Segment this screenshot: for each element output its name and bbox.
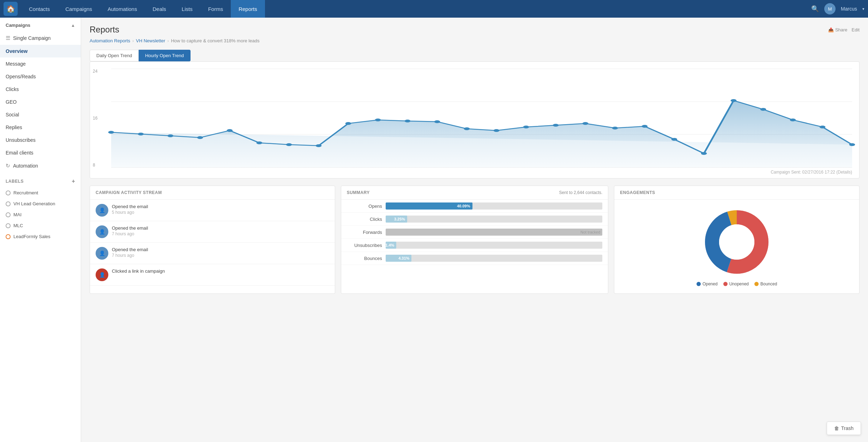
activity-item-1: 👤 Opened the email 5 hours ago: [90, 200, 335, 221]
nav-forms[interactable]: Forms: [200, 0, 231, 18]
svg-point-26: [760, 108, 766, 111]
nav-campaigns[interactable]: Campaigns: [58, 0, 100, 18]
tab-hourly-open-trend[interactable]: Hourly Open Trend: [139, 50, 191, 61]
sidebar-item-email-clients[interactable]: Email clients: [0, 146, 81, 159]
svg-point-8: [227, 129, 233, 132]
activity-item-4: 👤 Clicked a link in campaign: [90, 264, 335, 286]
nav-lists[interactable]: Lists: [174, 0, 200, 18]
legend-dot-bounced: [754, 282, 759, 286]
svg-point-28: [820, 126, 826, 128]
nav-automations[interactable]: Automations: [100, 0, 145, 18]
trash-label: Trash: [841, 425, 854, 431]
breadcrumb-sep-1: ›: [132, 38, 134, 43]
legend-dot-opened: [697, 282, 701, 286]
summary-clicks-label: Clicks: [347, 217, 382, 222]
avatar: M: [824, 3, 836, 14]
label-mlc[interactable]: MLC: [0, 220, 81, 231]
campaign-sent-text: Campaign Sent: 02/27/2016 17:22 (Details…: [97, 170, 852, 175]
add-label-icon[interactable]: +: [72, 178, 75, 184]
username-chevron[interactable]: ▾: [862, 7, 864, 11]
summary-forwards-label: Forwards: [347, 230, 382, 235]
svg-point-13: [375, 119, 381, 121]
svg-point-6: [168, 134, 174, 137]
sidebar-collapse-icon[interactable]: ▲: [71, 23, 75, 28]
engagements-header-label: ENGAGEMENTS: [620, 190, 655, 195]
sidebar-item-replies[interactable]: Replies: [0, 121, 81, 134]
sidebar-item-clicks[interactable]: Clicks: [0, 83, 81, 96]
chart-area: [111, 69, 852, 168]
legend-bounced: Bounced: [754, 281, 777, 286]
sidebar-item-unsubscribes[interactable]: Unsubscribes: [0, 134, 81, 146]
chart-y-labels: 24 16 8: [90, 69, 104, 168]
svg-point-7: [197, 136, 203, 139]
sidebar-item-social[interactable]: Social: [0, 108, 81, 121]
sidebar-email-clients-label: Email clients: [6, 150, 34, 156]
breadcrumb-current: How to capture & convert 318% more leads: [171, 38, 260, 43]
page-title: Reports: [90, 25, 119, 35]
legend-bounced-label: Bounced: [760, 281, 777, 286]
opens-pct: 40.09%: [457, 204, 470, 208]
summary-opens-label: Opens: [347, 204, 382, 209]
opens-bar-fill: 40.09%: [386, 202, 472, 210]
unsubs-pct: 1.4%: [386, 243, 394, 247]
summary-row-clicks: Clicks 3.25%: [341, 213, 608, 226]
edit-button[interactable]: Edit: [852, 27, 860, 32]
engagements-chart: Opened Unopened Bounced: [614, 200, 859, 293]
sidebar-item-opens-reads[interactable]: Opens/Reads: [0, 70, 81, 83]
label-dot-vh: [6, 201, 11, 206]
sidebar-item-automation[interactable]: ↻ Automation: [0, 159, 81, 172]
svg-point-24: [701, 152, 707, 155]
sidebar-automation-label: Automation: [13, 163, 38, 169]
legend-opened-label: Opened: [703, 281, 718, 286]
summary-panel-header: SUMMARY Sent to 2,644 contacts.: [341, 186, 608, 200]
svg-point-21: [612, 127, 618, 129]
label-leadformly[interactable]: LeadFormly Sales: [0, 231, 81, 242]
share-button[interactable]: 📤 Share: [828, 27, 847, 32]
sidebar-unsubscribes-label: Unsubscribes: [6, 137, 36, 143]
sidebar-overview-label: Overview: [6, 48, 28, 54]
svg-point-19: [553, 124, 559, 127]
sidebar-single-campaign[interactable]: ☰ Single Campaign: [0, 31, 81, 45]
legend-dot-unopened: [723, 282, 728, 286]
sidebar-clicks-label: Clicks: [6, 86, 19, 92]
nav-deals[interactable]: Deals: [145, 0, 174, 18]
legend-unopened: Unopened: [723, 281, 749, 286]
forwards-bar-fill: [386, 229, 603, 236]
label-mai[interactable]: MAI: [0, 209, 81, 220]
forwards-bar-track: Not tracked: [386, 229, 603, 236]
bottom-panels: CAMPAIGN ACTIVITY STREAM 👤 Opened the em…: [90, 186, 860, 294]
summary-bounces-label: Bounces: [347, 256, 382, 261]
sidebar-campaigns-label: Campaigns: [6, 23, 30, 28]
breadcrumb-vh-newsletter[interactable]: VH Newsletter: [136, 38, 165, 43]
nav-reports[interactable]: Reports: [231, 0, 265, 18]
label-recruitment[interactable]: Recruitment: [0, 187, 81, 198]
sidebar-item-message[interactable]: Message: [0, 57, 81, 70]
svg-point-12: [345, 122, 351, 125]
donut-chart-svg: [701, 207, 772, 277]
nav-contacts[interactable]: Contacts: [21, 0, 58, 18]
summary-panel: SUMMARY Sent to 2,644 contacts. Opens 40…: [341, 186, 609, 294]
username[interactable]: Marcus: [841, 6, 857, 12]
sidebar-item-geo[interactable]: GEO: [0, 96, 81, 108]
clicks-bar-track: 3.25%: [386, 216, 603, 223]
activity-time-1: 5 hours ago: [112, 210, 148, 215]
search-icon[interactable]: 🔍: [811, 5, 819, 13]
forwards-not-tracked: Not tracked: [580, 230, 600, 234]
trend-chart-svg: [111, 69, 852, 168]
activity-action-1: Opened the email: [112, 204, 148, 209]
tab-daily-open-trend[interactable]: Daily Open Trend: [90, 50, 139, 61]
trash-button[interactable]: 🗑 Trash: [827, 422, 861, 435]
activity-item-2: 👤 Opened the email 7 hours ago: [90, 221, 335, 243]
top-navigation: 🏠 Contacts Campaigns Automations Deals L…: [0, 0, 868, 18]
activity-detail-3: Opened the email 7 hours ago: [112, 247, 148, 258]
svg-point-14: [405, 120, 411, 122]
sidebar-item-overview[interactable]: Overview: [0, 45, 81, 57]
opens-bar-track: 40.09%: [386, 202, 603, 210]
breadcrumb-automation-reports[interactable]: Automation Reports: [90, 38, 130, 43]
svg-point-20: [583, 122, 589, 125]
label-vh-lead-gen[interactable]: VH Lead Generation: [0, 198, 81, 209]
activity-action-4: Clicked a link in campaign: [112, 268, 165, 274]
automation-icon: ↻: [6, 163, 10, 169]
home-logo[interactable]: 🏠: [4, 2, 18, 16]
y-label-16: 16: [93, 116, 101, 121]
